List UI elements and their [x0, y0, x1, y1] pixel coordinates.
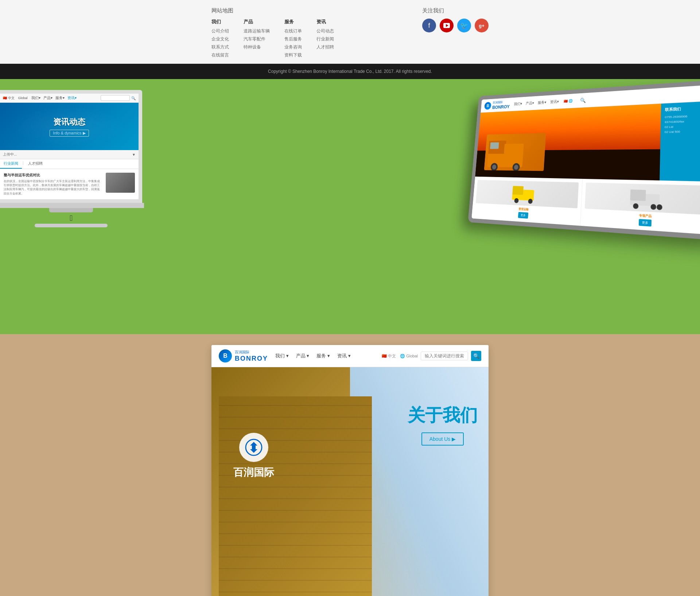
- monitor-tab-divider: |: [22, 159, 24, 169]
- monitor-flag-cn: 🇨🇳 中文: [3, 96, 15, 101]
- bottom-logo-text: 百润国际 BONROY: [235, 350, 268, 362]
- footer-link-1-1[interactable]: 汽车零配件: [244, 36, 270, 42]
- bottom-search-input[interactable]: [421, 352, 468, 360]
- tablet-sidebar-title: 联系我们: [665, 105, 700, 113]
- about-us-button[interactable]: About Us ▶: [421, 432, 464, 446]
- tablet-device: B 百润国际 BONROY 我们▾ 产品▾ 服务▾ 资讯▾ 🇨🇳 🌐: [468, 79, 700, 241]
- monitor-dropdown-label: 上传中...: [3, 152, 17, 157]
- tablet-sidebar: 联系我们 0755-26368906 83741800/fax 02 Lid 0…: [660, 101, 700, 182]
- footer-link-0-0[interactable]: 公司介绍: [211, 28, 229, 34]
- tablet-hero: 产品中心 Products Center ▶ 联系我们 0755-2636890…: [475, 101, 700, 182]
- footer-link-3-1[interactable]: 行业新闻: [316, 36, 334, 42]
- apple-logo-icon: : [0, 213, 146, 223]
- tablet-more-btn-1[interactable]: 更多: [639, 219, 652, 227]
- tablet-logo-en: BONROY: [492, 104, 510, 110]
- footer-link-2-0[interactable]: 在线订单: [284, 28, 302, 34]
- monitor-search-input[interactable]: [101, 95, 130, 101]
- bottom-logo: B 百润国际 BONROY: [219, 349, 268, 362]
- monitor-foot-bar: [35, 224, 108, 227]
- bottom-search-button[interactable]: 🔍: [471, 351, 481, 361]
- monitor-search: 🔍: [101, 95, 136, 101]
- tablet-logo: B 百润国际 BONROY: [484, 100, 510, 110]
- bottom-nav-link-news[interactable]: 资讯 ▾: [337, 353, 351, 359]
- tablet-hero-truck-image: [484, 133, 546, 171]
- monitor-article-title: 整与半挂运车优劣对比: [4, 173, 102, 178]
- monitor-banner-subtitle[interactable]: Info & dynamics ▶: [50, 130, 89, 137]
- bottom-mockup: B 百润国际 BONROY 我们 ▾ 产品 ▾ 服务 ▾ 资讯 ▾ 🇨🇳 中文 …: [211, 345, 489, 596]
- footer-link-2-3[interactable]: 资料下载: [284, 52, 302, 58]
- footer-link-3-0[interactable]: 公司动态: [316, 28, 334, 34]
- tablet-sidebar-item-0: 0755-26368906: [665, 114, 700, 119]
- footer-col-us: 我们 公司介绍 企业文化 联系方式 在线留言: [211, 19, 229, 60]
- youtube-icon[interactable]: [440, 19, 454, 32]
- tablet-sidebar-item-1: 83741800/fax: [665, 119, 700, 124]
- tablet-flags: 🇨🇳 🌐: [564, 99, 572, 103]
- monitor-search-icon[interactable]: 🔍: [131, 96, 136, 100]
- bottom-nav-link-services[interactable]: 服务 ▾: [316, 353, 330, 359]
- monitor-stand: [0, 203, 144, 208]
- facebook-icon[interactable]: f: [422, 19, 436, 32]
- footer-link-0-1[interactable]: 企业文化: [211, 36, 229, 42]
- tablet-nav-link-news[interactable]: 资讯▾: [550, 99, 559, 105]
- bottom-flag-cn: 🇨🇳 中文: [382, 354, 396, 358]
- footer-link-3-2[interactable]: 人才招聘: [316, 44, 334, 50]
- tablet-screen: B 百润国际 BONROY 我们▾ 产品▾ 服务▾ 资讯▾ 🇨🇳 🌐: [471, 85, 700, 235]
- monitor-banner: 资讯动态 Info & dynamics ▶: [0, 103, 139, 150]
- footer-col-news: 资讯 公司动态 行业新闻 人才招聘: [316, 19, 334, 60]
- footer-link-0-3[interactable]: 在线留言: [211, 52, 229, 58]
- tablet-sidebar-item-2: 02 Lid: [665, 124, 700, 129]
- footer-link-1-0[interactable]: 道路运输车辆: [244, 28, 270, 34]
- bottom-hero-title-cn: 关于我们: [408, 404, 478, 427]
- monitor-content: 整与半挂运车优劣对比 在的状况，全国运输中若按制分卡车的广大车主装运需利用方法，…: [0, 169, 139, 199]
- bottom-nav-link-us[interactable]: 我们 ▾: [275, 353, 289, 359]
- bottom-logo-cn: 百润国际: [235, 350, 268, 355]
- footer-link-2-1[interactable]: 售后服务: [284, 36, 302, 42]
- tablet-sidebar-item-3: 02 Ual 500: [665, 129, 700, 134]
- tablet-search-icon[interactable]: 🔍: [580, 97, 586, 103]
- tablet-nav-link-products[interactable]: 产品▾: [526, 101, 534, 106]
- svg-rect-15: [630, 189, 646, 201]
- footer-col-services: 服务 在线订单 售后服务 业务咨询 资料下载: [284, 19, 302, 60]
- monitor-nav-tab-news[interactable]: 资讯▾: [67, 95, 77, 101]
- bottom-hero-content: 关于我们 About Us ▶: [408, 404, 478, 446]
- footer-copyright: Copyright © Shenzhen Bonroy Internationa…: [0, 64, 700, 79]
- tablet-product-card-0: 普货运输 更多: [471, 177, 582, 226]
- monitor-article-text: 在的状况，全国运输中若按制分卡车的广大车主装运需利用方法，中集集成引班联普时提供…: [4, 179, 102, 196]
- google-plus-icon[interactable]: g+: [475, 19, 489, 32]
- monitor-tab-recruitment[interactable]: 人才招聘: [24, 159, 46, 169]
- footer-col-heading-2: 服务: [284, 19, 302, 25]
- footer-top: 网站地图 我们 公司介绍 企业文化 联系方式 在线留言 产品 道路运输车辆 汽车: [211, 7, 489, 64]
- monitor-nav-tabs: 我们▾ 产品▾ 服务▾ 资讯▾: [31, 95, 77, 101]
- monitor-nav-tab-services[interactable]: 服务▾: [55, 95, 65, 101]
- footer-link-1-2[interactable]: 特种设备: [244, 44, 270, 50]
- bottom-flags: 🇨🇳 中文 🌐 Global: [382, 353, 418, 359]
- monitor-article: 整与半挂运车优劣对比 在的状况，全国运输中若按制分卡车的广大车主装运需利用方法，…: [4, 173, 102, 196]
- monitor-screen: 🇨🇳 中文 Global 我们▾ 产品▾ 服务▾ 资讯▾ 🔍 资讯动态 Info…: [0, 90, 142, 203]
- follow-title: 关注我们: [422, 7, 489, 14]
- bottom-logo-en: BONROY: [235, 355, 268, 362]
- footer-col-heading-0: 我们: [211, 19, 229, 25]
- tablet-nav-link-us[interactable]: 我们▾: [514, 101, 522, 107]
- twitter-icon[interactable]: 🐦: [457, 19, 471, 32]
- sitemap-title: 网站地图: [211, 7, 334, 14]
- footer-link-0-2[interactable]: 联系方式: [211, 44, 229, 50]
- monitor-nav-tab-us[interactable]: 我们▾: [31, 95, 40, 101]
- monitor-tab-industry[interactable]: 行业新闻: [0, 159, 22, 169]
- bottom-nav-link-products[interactable]: 产品 ▾: [296, 353, 310, 359]
- tablet-more-btn-0[interactable]: 更多: [518, 212, 528, 219]
- footer-col-heading-1: 产品: [244, 19, 270, 25]
- monitor-banner-title: 资讯动态: [53, 117, 85, 128]
- footer-col-heading-3: 资讯: [316, 19, 334, 25]
- tablet-product-img-0: [476, 180, 579, 208]
- bottom-hero-logo-block: 百润国际: [233, 433, 274, 479]
- monitor-nav-tab-products[interactable]: 产品▾: [43, 95, 52, 101]
- footer-link-2-2[interactable]: 业务咨询: [284, 44, 302, 50]
- tablet-nav-link-services[interactable]: 服务▾: [538, 100, 547, 105]
- monitor-dropdown-arrow: ▼: [132, 153, 136, 157]
- monitor-tabs-bar: 行业新闻 | 人才招聘: [0, 159, 139, 169]
- footer-col-products: 产品 道路运输车辆 汽车零配件 特种设备: [244, 19, 270, 60]
- tablet-logo-icon: B: [484, 102, 491, 110]
- tablet-logo-block: 百润国际 BONROY: [492, 100, 510, 110]
- monitor-dropdown[interactable]: 上传中... ▼: [0, 150, 139, 159]
- svg-rect-9: [490, 142, 499, 149]
